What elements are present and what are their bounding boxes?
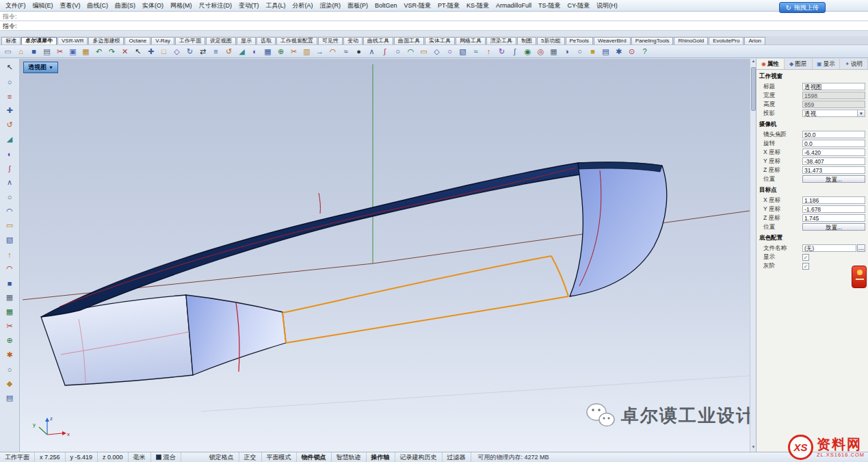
panel-tab[interactable]: ✦ 说明 (840, 59, 868, 69)
mesh-icon[interactable]: ▦ (547, 46, 560, 57)
checkbox[interactable]: ✓ (802, 263, 809, 270)
menu-item[interactable]: 文件(F) (2, 1, 29, 11)
copy-object-icon[interactable]: ≡ (209, 46, 222, 57)
select-brush-icon[interactable]: ○ (3, 75, 17, 88)
property-value[interactable]: -38.407 (802, 157, 865, 165)
select-icon[interactable]: ↖ (131, 46, 144, 57)
panel-tab[interactable]: ◆ 图层 (785, 59, 813, 69)
menu-item[interactable]: ArmadilloFull (492, 1, 535, 10)
panel-tab[interactable]: ◉ 属性 (757, 59, 785, 69)
sweep-icon[interactable]: ∫ (508, 46, 521, 57)
offset-icon[interactable]: ≈ (339, 46, 352, 57)
menu-item[interactable]: 面板(P) (344, 1, 371, 11)
status-toggle[interactable]: 智慧轨迹 (332, 452, 367, 462)
drag-upload-button[interactable]: ↻ 拖拽上传 (779, 2, 826, 13)
mesh-icon[interactable]: ▦ (3, 291, 17, 304)
command-history-line[interactable]: 指令: (0, 12, 868, 21)
layers-icon[interactable]: ▤ (599, 46, 612, 57)
toolbar-tab[interactable]: 实体工具 (425, 37, 455, 44)
menu-item[interactable]: 渲染(R) (317, 1, 345, 11)
rectangle-icon[interactable]: ▭ (3, 219, 17, 232)
browse-button[interactable]: … (857, 244, 865, 252)
point-icon[interactable]: ● (352, 46, 365, 57)
cplane-button[interactable]: 工作平面 (0, 452, 35, 462)
lock-icon[interactable]: ◆ (3, 377, 17, 390)
toolbar-tab[interactable]: PeTools (566, 37, 593, 44)
toolbar-tab[interactable]: 显示 (237, 37, 256, 44)
toolbar-tab[interactable]: 工作平面 (175, 37, 205, 44)
dropdown-caret-icon[interactable]: ▼ (858, 110, 865, 117)
menu-item[interactable]: 曲面(S) (111, 1, 139, 11)
open-file-icon[interactable]: ⌂ (14, 46, 27, 57)
toolbar-tab[interactable]: Arion (744, 37, 765, 44)
explode-icon[interactable]: ✱ (3, 348, 17, 361)
loft-icon[interactable]: ≈ (469, 46, 482, 57)
undo-icon[interactable]: ↶ (92, 46, 105, 57)
fillet-icon[interactable]: ◠ (326, 46, 339, 57)
toolbar-tab[interactable]: 选取 (257, 37, 276, 44)
status-toggle[interactable]: 锁定格点 (205, 452, 239, 462)
property-value[interactable]: (无) (802, 244, 856, 252)
toolbar-tab[interactable]: 渲染工具 (486, 37, 516, 44)
hide-icon[interactable]: ○ (3, 363, 17, 376)
toolbar-tab[interactable]: 工作视窗配置 (276, 37, 317, 44)
zoom-extents-icon[interactable]: ◇ (170, 46, 183, 57)
toolbar-tab[interactable]: 变动 (343, 37, 363, 44)
circle-icon[interactable]: ○ (3, 190, 17, 203)
delete-icon[interactable]: ✕ (118, 46, 131, 57)
save-icon[interactable]: ■ (27, 46, 40, 57)
scale-icon[interactable]: ◢ (235, 46, 248, 57)
menu-item[interactable]: 尺寸标注(D) (196, 1, 236, 11)
boolean-union-icon[interactable]: ◉ (521, 46, 534, 57)
toolbar-tab[interactable]: 曲面工具 (394, 37, 424, 44)
cut-icon[interactable]: ✂ (53, 46, 66, 57)
scale-icon[interactable]: ◢ (3, 133, 17, 146)
property-value[interactable]: 0.0 (802, 140, 865, 147)
ellipse-icon[interactable]: ○ (443, 46, 456, 57)
property-value[interactable]: 1.745 (802, 214, 865, 222)
menu-item[interactable]: 分析(A) (289, 1, 317, 11)
toolbar-tab[interactable]: RhinoGold (674, 37, 708, 44)
polygon-icon[interactable]: ◇ (430, 46, 443, 57)
join-icon[interactable]: ⊕ (274, 46, 287, 57)
menu-item[interactable]: 变动(T) (235, 1, 263, 11)
move-icon[interactable]: ⇄ (196, 46, 209, 57)
polyline-icon[interactable]: ∧ (365, 46, 378, 57)
solid-icon[interactable]: ■ (3, 277, 17, 290)
toolbar-tab[interactable]: 卓尔谟犀牛 (21, 37, 57, 44)
arc-icon[interactable]: ◠ (404, 46, 417, 57)
menu-item[interactable]: 网格(M) (167, 1, 196, 11)
redo-icon[interactable]: ↷ (105, 46, 118, 57)
help-icon[interactable]: ? (638, 46, 651, 57)
rotate-icon[interactable]: ↺ (3, 118, 17, 131)
print-icon[interactable]: ▤ (40, 46, 53, 57)
curve-icon[interactable]: ∫ (3, 162, 17, 175)
property-value[interactable]: 31.473 (802, 166, 865, 174)
status-toggle[interactable]: 过滤器 (443, 452, 471, 462)
copy-icon[interactable]: ▣ (66, 46, 79, 57)
panel-tab[interactable]: ▣ 显示 (813, 59, 841, 69)
toolbar-tab[interactable]: 5新功能 (537, 37, 564, 44)
rotate-view-icon[interactable]: ↻ (183, 46, 196, 57)
curve-icon[interactable]: ∫ (378, 46, 391, 57)
revolve-icon[interactable]: ↻ (495, 46, 508, 57)
toolbar-tab[interactable]: 制图 (517, 37, 536, 44)
toolbar-tab[interactable]: 多边形建模 (88, 37, 124, 44)
toolbar-tab[interactable]: 可见性 (318, 37, 343, 44)
menu-item[interactable]: 曲线(C) (84, 1, 112, 11)
select-icon[interactable]: ↖ (3, 61, 17, 74)
perspective-viewport[interactable]: x z y 透视图 ▼ 卓尔谟工业设计小站 (20, 59, 750, 452)
mirror-icon[interactable]: ◐ (248, 46, 261, 57)
control-points-icon[interactable]: ≡ (3, 90, 17, 103)
viewport-scrollbar[interactable]: ▲ ▼ (750, 59, 756, 452)
wireframe-view-icon[interactable]: ○ (573, 46, 586, 57)
fillet-icon[interactable]: ◠ (3, 262, 17, 275)
shaded-view-icon[interactable]: ◑ (560, 46, 573, 57)
arc-icon[interactable]: ◠ (3, 205, 17, 218)
menu-item[interactable]: PT-随意 (434, 1, 463, 11)
toolbar-tab[interactable]: 曲线工具 (363, 37, 393, 44)
toolbar-tab[interactable]: WeaverBird (594, 37, 631, 44)
toolbar-tab[interactable]: EvolutePro (709, 37, 744, 44)
new-file-icon[interactable]: ▭ (1, 46, 14, 57)
circle-icon[interactable]: ○ (391, 46, 404, 57)
